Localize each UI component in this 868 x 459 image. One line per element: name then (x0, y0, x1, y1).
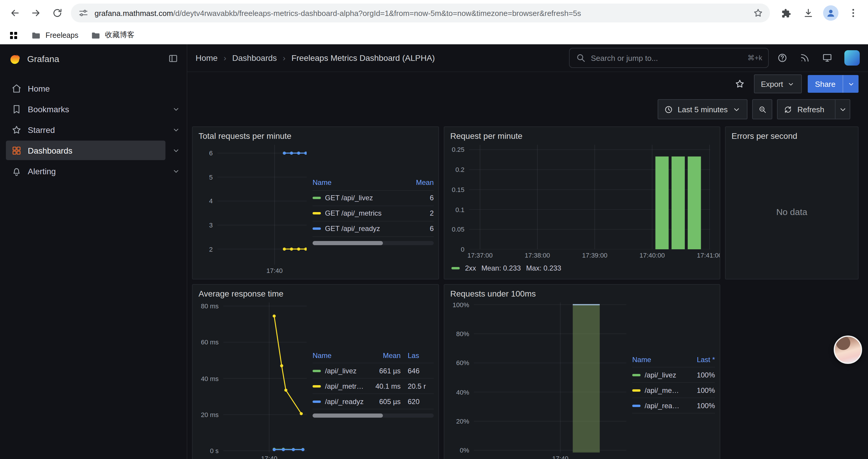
legend-scrollbar[interactable] (313, 414, 434, 418)
legend-row: GET /api/_readyz6 (313, 221, 434, 237)
legend-scrollbar[interactable] (313, 241, 434, 245)
series-color-swatch (452, 267, 460, 269)
breadcrumb-item[interactable]: Home (195, 53, 218, 63)
puzzle-icon (780, 7, 792, 19)
legend-col-header[interactable]: Last * (681, 355, 715, 364)
chevron-down-icon[interactable] (165, 105, 187, 113)
reload-button[interactable] (47, 3, 67, 23)
legend-col-header[interactable]: Name (313, 178, 401, 187)
forward-button[interactable] (26, 3, 46, 23)
scrollbar-thumb[interactable] (313, 241, 383, 245)
sidebar-item-label: Starred (28, 125, 55, 134)
bookmark-label: Freeleaps (45, 31, 78, 39)
y-tick-label: 0% (460, 447, 469, 454)
display-button[interactable] (818, 49, 836, 67)
legend: 2xx Mean: 0.233 Max: 0.233 (449, 261, 715, 275)
x-tick-label: 17:37:00 (467, 252, 493, 259)
series-name[interactable]: /api/_metrics (325, 382, 364, 390)
sidebar-item-bookmarks[interactable]: Bookmarks (0, 99, 187, 119)
chevron-down-icon (838, 105, 847, 114)
legend-row: /api/_readyz100% (632, 398, 715, 414)
chevron-down-icon[interactable] (165, 126, 187, 134)
panel-request-per-minute: Request per minute 0.250.20.150.10.05017… (444, 126, 720, 280)
panel-total-requests-per-minute: Total requests per minute 6543217:40 Nam… (192, 126, 439, 280)
legend-col-header[interactable]: Name (313, 351, 364, 359)
search-placeholder: Search or jump to... (591, 54, 658, 62)
chevron-down-icon[interactable] (165, 146, 187, 155)
refresh-button[interactable]: Refresh (778, 100, 830, 119)
legend-value: 6 (401, 225, 434, 233)
floating-chat-avatar[interactable] (834, 335, 862, 364)
series-name[interactable]: /api/_livez (645, 371, 676, 379)
legend-col-header[interactable]: Mean (364, 351, 401, 359)
chevron-down-icon[interactable] (165, 167, 187, 175)
zoom-out-button[interactable] (752, 99, 773, 119)
zoom-out-icon (758, 105, 767, 114)
panel-title[interactable]: Average response time (193, 285, 438, 302)
panel-average-response-time: Average response time 80 ms60 ms40 ms20 … (192, 284, 439, 459)
bookmark-folder-blogs[interactable]: 收藏博客 (90, 30, 134, 40)
legend-col-header[interactable]: Name (632, 355, 681, 364)
home-icon (11, 83, 22, 94)
breadcrumb-item[interactable]: Dashboards (232, 53, 277, 63)
series-color-swatch (313, 385, 321, 387)
apps-grid-icon[interactable] (8, 30, 19, 40)
panel-title[interactable]: Total requests per minute (193, 127, 438, 145)
series-color-swatch (313, 400, 321, 402)
series-name[interactable]: /api/_livez (325, 366, 356, 375)
series-name[interactable]: /api/_readyz (325, 397, 364, 405)
back-button[interactable] (5, 3, 25, 23)
series-color-swatch (313, 369, 321, 372)
grafana-logo[interactable] (8, 52, 21, 65)
series-color-swatch (632, 374, 641, 376)
sidebar-item-label: Home (28, 84, 50, 93)
extensions-button[interactable] (776, 3, 796, 23)
panel-title[interactable]: Request per minute (444, 127, 720, 145)
share-menu-button[interactable] (843, 75, 859, 93)
sidebar-item-dashboards[interactable]: Dashboards (0, 140, 187, 160)
browser-actions (773, 3, 863, 23)
grafana-topnav: Home›Dashboards›Freeleaps Metrics Dashbo… (187, 44, 868, 72)
scrollbar-thumb[interactable] (313, 414, 383, 418)
breadcrumb: Home›Dashboards›Freeleaps Metrics Dashbo… (195, 53, 435, 63)
bookmark-folder-freeleaps[interactable]: Freeleaps (31, 30, 78, 40)
address-bar[interactable]: grafana.mathmast.com/d/deytv4rwavabkb/fr… (71, 4, 770, 23)
grafana-sidebar: Grafana HomeBookmarksStarredDashboardsAl… (0, 44, 187, 459)
browser-menu-button[interactable] (843, 3, 863, 23)
legend-row: /api/_livez661 µs646 (313, 363, 434, 379)
chevron-down-icon (847, 80, 855, 88)
legend-col-header[interactable]: Las (401, 351, 434, 359)
sidebar-item-home[interactable]: Home (0, 78, 187, 98)
series-name[interactable]: GET /api/_metrics (325, 209, 382, 218)
star-icon (11, 124, 22, 135)
search-input[interactable]: Search or jump to... ⌘+k (569, 48, 769, 68)
series-name[interactable]: /api/_metrics (645, 386, 681, 394)
site-info-icon[interactable] (78, 8, 89, 18)
series-name[interactable]: GET /api/_readyz (325, 225, 380, 233)
panel-title[interactable]: Requests under 100ms (444, 285, 720, 302)
panel-title[interactable]: Errors per second (725, 127, 858, 145)
time-range-picker[interactable]: Last 5 minutes (658, 99, 748, 119)
chevron-down-icon (733, 105, 741, 114)
export-button[interactable]: Export (754, 74, 802, 93)
refresh-interval-button[interactable] (835, 100, 850, 119)
share-button[interactable]: Share (808, 75, 843, 93)
sidebar-item-starred[interactable]: Starred (0, 120, 187, 139)
bookmark-star-button[interactable] (750, 5, 766, 21)
series-name[interactable]: GET /api/_livez (325, 194, 373, 202)
user-avatar[interactable] (844, 50, 860, 66)
series-name[interactable]: /api/_readyz (645, 401, 681, 410)
series-name[interactable]: 2xx (465, 264, 476, 272)
browser-toolbar: grafana.mathmast.com/d/deytv4rwavabkb/fr… (0, 0, 868, 26)
profile-button[interactable] (821, 3, 841, 23)
help-button[interactable] (773, 49, 791, 67)
legend-col-header[interactable]: Mean (401, 178, 434, 187)
y-tick-label: 0.25 (452, 146, 464, 153)
downloads-button[interactable] (798, 3, 818, 23)
favorite-star-button[interactable] (731, 76, 748, 92)
news-button[interactable] (796, 49, 814, 67)
dock-menu-button[interactable] (168, 53, 179, 64)
rss-icon (800, 53, 810, 63)
sidebar-item-alerting[interactable]: Alerting (0, 161, 187, 181)
breadcrumb-separator: › (224, 53, 226, 63)
